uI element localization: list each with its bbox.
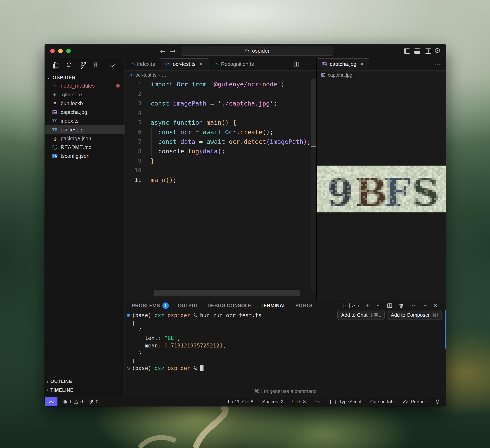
panel-tab-output[interactable]: OUTPUT: [178, 300, 198, 311]
extensions-icon[interactable]: [93, 61, 101, 69]
chevron-right-icon: ›: [47, 379, 48, 384]
file-item-captcha-jpg[interactable]: captcha.jpg: [45, 108, 124, 116]
explorer-section-header[interactable]: ⌄ OSPIDER: [47, 75, 76, 80]
ports-status[interactable]: 0: [88, 399, 98, 405]
terminal-scrollbar[interactable]: [445, 310, 446, 349]
button-label: Add to Composer: [391, 312, 430, 318]
back-arrow-icon[interactable]: ←: [160, 47, 166, 55]
ports-count: 0: [96, 399, 98, 405]
panel-tab-problems[interactable]: PROBLEMS 1: [132, 300, 169, 311]
breadcrumb-file[interactable]: captcha.jpg: [328, 72, 352, 78]
terminal-shell-selector[interactable]: ›_ zsh: [343, 303, 359, 309]
tab-recognition-ts[interactable]: TS Recognition.ts: [209, 58, 259, 70]
typescript-file-icon: TS: [52, 119, 58, 123]
breadcrumb-file[interactable]: ocr-test.ts: [135, 72, 157, 78]
tabbar-right: captcha.jpg ✕ ⋯: [317, 58, 446, 71]
editor-horizontal-scrollbar[interactable]: [154, 290, 300, 296]
minimize-window-button[interactable]: [58, 49, 63, 53]
tab-captcha-jpg[interactable]: captcha.jpg ✕: [317, 58, 369, 70]
formatter-status[interactable]: ✓✓Prettier: [402, 399, 426, 405]
app-window: ← → ospider ⚙: [45, 44, 446, 406]
panel-tab-terminal[interactable]: TERMINAL: [261, 300, 286, 311]
cursor-tab-toggle[interactable]: Cursor Tab: [370, 399, 394, 405]
command-center-search[interactable]: ospider: [181, 46, 333, 56]
file-item--gitignore[interactable]: ◈.gitignore: [45, 90, 124, 99]
sidebar-section-timeline[interactable]: › TIMELINE: [47, 387, 74, 393]
code-line[interactable]: 4: [125, 108, 311, 118]
toggle-right-sidebar-icon[interactable]: [425, 49, 431, 54]
editor-vertical-scrollbar[interactable]: [311, 79, 316, 291]
remote-indicator[interactable]: ><: [45, 397, 57, 406]
encoding[interactable]: UTF-8: [292, 399, 306, 405]
forward-arrow-icon[interactable]: →: [170, 47, 176, 55]
status-right: Ln 11, Col 8 Spaces: 2 UTF-8 LF { }TypeS…: [228, 399, 446, 405]
panel-tab-debug-console[interactable]: DEBUG CONSOLE: [208, 300, 251, 311]
indentation[interactable]: Spaces: 2: [262, 399, 283, 405]
breadcrumb-left[interactable]: TS ocr-test.ts › …: [125, 71, 316, 79]
sidebar-section-outline[interactable]: › OUTLINE: [47, 379, 72, 384]
file-item-index-ts[interactable]: TSindex.ts: [45, 116, 124, 125]
json-file-icon: {}: [52, 136, 58, 141]
close-icon[interactable]: ✕: [360, 61, 364, 67]
close-icon[interactable]: ✕: [199, 61, 203, 67]
command-success-dot: [125, 314, 132, 317]
code-line[interactable]: 11main();: [125, 175, 311, 185]
new-terminal-icon[interactable]: +: [365, 302, 369, 310]
tabbar-left: TS index.ts TS ocr-test.ts ✕ TS Recognit…: [125, 58, 316, 71]
terminal-text: {: [132, 327, 142, 334]
warning-count: 0: [80, 399, 83, 405]
source-control-icon[interactable]: [79, 61, 88, 69]
breadcrumb-more[interactable]: …: [162, 72, 166, 78]
code-line[interactable]: 8 console.log(data);: [125, 146, 311, 156]
split-terminal-icon[interactable]: [387, 303, 393, 308]
breadcrumb-right[interactable]: captcha.jpg: [317, 71, 446, 79]
more-actions-icon[interactable]: ⋯: [305, 61, 311, 68]
command-idle-ring: [125, 367, 132, 370]
code-line[interactable]: 1import Ocr from '@gutenye/ocr-node';: [125, 79, 311, 89]
close-panel-icon[interactable]: ✕: [434, 302, 438, 309]
notifications-bell-icon[interactable]: [435, 399, 440, 404]
file-item-node-modules[interactable]: ›node_modules: [45, 81, 124, 90]
tab-index-ts[interactable]: TS index.ts: [125, 58, 160, 70]
code-line[interactable]: 7 const data = await ocr.detect(imagePat…: [125, 137, 311, 146]
code-line[interactable]: 6 const ocr = await Ocr.create();: [125, 127, 311, 137]
editor-groups: TS index.ts TS ocr-test.ts ✕ TS Recognit…: [125, 58, 446, 300]
more-actions-icon[interactable]: ⋯: [435, 61, 441, 68]
problems-status[interactable]: ⊗ 1 ⚠ 0: [63, 399, 83, 405]
file-item-ocr-test-ts[interactable]: TSocr-test.ts: [45, 125, 124, 134]
line-number: 2: [125, 90, 141, 97]
terminal-dropdown-icon[interactable]: [375, 303, 381, 308]
captcha-image-preview: [317, 165, 446, 212]
eol-sequence[interactable]: LF: [315, 399, 320, 405]
split-editor-icon[interactable]: [293, 61, 299, 67]
code-line[interactable]: 5async function main() {: [125, 118, 311, 127]
toggle-left-sidebar-icon[interactable]: [404, 49, 410, 54]
gear-icon[interactable]: ⚙: [434, 46, 441, 55]
terminal-output[interactable]: (base) gxz ospider % bun run ocr-test.ts…: [125, 311, 445, 384]
code-line[interactable]: 10: [125, 165, 311, 175]
code-editor[interactable]: 1import Ocr from '@gutenye/ocr-node';23c…: [125, 79, 311, 300]
file-item-readme-md[interactable]: iREADME.md: [45, 143, 124, 152]
add-to-composer-button[interactable]: Add to Composer ⌘I: [387, 310, 442, 320]
typescript-file-icon: TS: [214, 62, 219, 66]
toggle-bottom-panel-icon[interactable]: [414, 49, 420, 54]
file-item-package-json[interactable]: {}package.json: [45, 134, 124, 143]
code-line[interactable]: 9}: [125, 156, 311, 165]
file-item-bun-lockb[interactable]: ≡bun.lockb: [45, 99, 124, 108]
panel-tab-ports[interactable]: PORTS: [296, 300, 313, 311]
file-item-tsconfig-json[interactable]: TStsconfig.json: [45, 152, 124, 160]
close-window-button[interactable]: [50, 49, 55, 53]
add-to-chat-button[interactable]: Add to Chat ⇧⌘L: [337, 310, 385, 320]
maximize-panel-icon[interactable]: [422, 303, 428, 308]
kill-terminal-trash-icon[interactable]: [398, 303, 404, 308]
tab-ocr-test-ts[interactable]: TS ocr-test.ts ✕: [160, 58, 209, 70]
more-actions-icon[interactable]: ⋯: [410, 302, 416, 309]
cursor-position[interactable]: Ln 11, Col 8: [228, 399, 253, 405]
zoom-window-button[interactable]: [66, 49, 71, 53]
language-mode[interactable]: { }TypeScript: [329, 399, 361, 405]
chevron-down-icon[interactable]: [108, 61, 116, 69]
code-line[interactable]: 3const imagePath = './captcha.jpg';: [125, 99, 311, 108]
explorer-icon[interactable]: [52, 61, 60, 69]
code-line[interactable]: 2: [125, 89, 311, 99]
search-sidebar-icon[interactable]: [65, 61, 73, 69]
